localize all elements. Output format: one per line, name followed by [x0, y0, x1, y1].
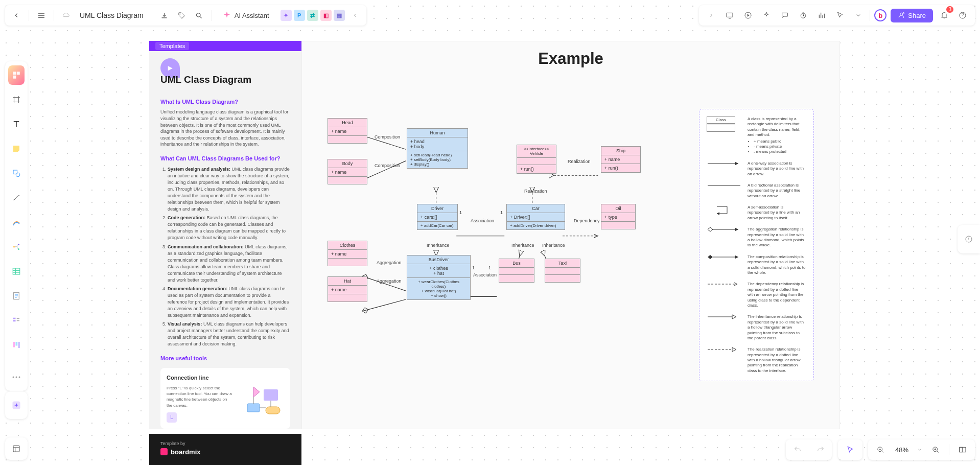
undo-button[interactable] [790, 443, 805, 457]
doc-title[interactable]: UML Class Diagram [80, 11, 144, 19]
legend-self: A self-association is represented by a l… [748, 205, 806, 221]
tool-pen[interactable] [8, 213, 25, 232]
brand-logo-icon[interactable]: b [874, 9, 886, 21]
tool-table[interactable] [8, 262, 25, 281]
svg-point-13 [18, 248, 19, 250]
tool-list[interactable] [8, 311, 25, 330]
class-clothes[interactable]: Clothes+ name [328, 241, 367, 266]
legend-dep: The dependency relationship is represent… [748, 282, 806, 308]
legend-panel[interactable]: Class A class is represented by a rectan… [699, 109, 814, 381]
class-bus[interactable]: Bus [499, 259, 534, 283]
tool-connector[interactable] [8, 188, 25, 207]
notifications-button[interactable]: 3 [937, 8, 951, 22]
class-head[interactable]: Head+ name [328, 118, 367, 144]
example-area[interactable]: Example [301, 41, 840, 429]
tool-kanban[interactable] [8, 335, 25, 355]
tool-sticky[interactable] [8, 139, 25, 158]
ai-assistant-button[interactable]: AI Assistant [217, 9, 274, 22]
expand-right-icon[interactable] [704, 8, 718, 22]
help-button[interactable] [955, 8, 970, 22]
collab-user-m[interactable]: ▦ [334, 10, 345, 21]
lbl-dependency: Dependency [574, 218, 600, 223]
zoom-dropdown[interactable] [916, 443, 923, 457]
legend-real: The realization relationship is represen… [748, 347, 806, 374]
collapse-button[interactable] [348, 8, 362, 22]
svg-rect-31 [264, 389, 278, 401]
tag-button[interactable] [175, 8, 189, 22]
collab-user-c[interactable]: ⇄ [307, 10, 318, 21]
class-body[interactable]: Body+ name [328, 159, 367, 184]
svg-rect-18 [13, 342, 15, 347]
tool-ai-magic[interactable] [8, 396, 25, 415]
svg-rect-16 [13, 318, 16, 319]
layers-button[interactable] [5, 437, 28, 460]
collab-user-d[interactable]: ◧ [320, 10, 332, 21]
tool-more[interactable] [8, 367, 25, 387]
class-hat[interactable]: Hat+ name [328, 276, 367, 302]
topbar-right: b Share 3 [699, 5, 975, 26]
vote-icon[interactable] [814, 8, 829, 22]
svg-rect-8 [13, 76, 16, 79]
brand-name: boardmix [171, 448, 201, 456]
tip-illustration [238, 385, 284, 416]
tool-templates[interactable] [8, 65, 25, 85]
tool-frame[interactable] [8, 90, 25, 109]
sparkle-icon[interactable] [759, 8, 774, 22]
class-taxi[interactable]: Taxi [545, 259, 580, 283]
legend-comp: The composition relationship is represen… [748, 254, 806, 276]
present-icon[interactable] [722, 8, 737, 22]
class-human[interactable]: Human+ head + body+ setHead(Head head) +… [407, 128, 468, 169]
class-vehicle[interactable]: <<Interface>> Vehicle+ run() [517, 145, 556, 174]
svg-point-11 [13, 246, 15, 248]
comment-icon[interactable] [778, 8, 792, 22]
download-button[interactable] [157, 8, 172, 22]
class-car[interactable]: Car+ Driver:[]+ addDriver(Driver driver) [506, 204, 565, 230]
right-panel-toggle[interactable] [958, 225, 980, 253]
cursor-icon[interactable] [833, 8, 847, 22]
timer-icon[interactable] [796, 8, 810, 22]
share-button[interactable]: Share [891, 9, 933, 22]
class-ship[interactable]: Ship+ name+ run() [601, 146, 641, 173]
tip-title: Connection line [167, 374, 284, 382]
panel-q2: What Can UML Class Diagrams Be Used for? [160, 155, 290, 163]
uml-diagram[interactable]: Head+ name Body+ name Human+ head + body… [317, 77, 712, 424]
notif-badge: 3 [946, 6, 953, 13]
collab-add[interactable]: ✦ [281, 10, 292, 21]
class-oil[interactable]: Oil+ type [601, 204, 636, 229]
lbl-composition-1: Composition [375, 134, 400, 140]
templates-tab[interactable]: Templates [155, 42, 189, 50]
pointer-mode[interactable] [838, 439, 862, 460]
ai-label: AI Assistant [235, 12, 269, 19]
redo-button[interactable] [813, 443, 828, 457]
svg-rect-19 [16, 342, 18, 346]
template-tabs[interactable]: Templates [149, 41, 301, 51]
cloud-icon [59, 8, 74, 22]
lbl-aggregation-1: Aggregation [377, 260, 402, 265]
tool-shape[interactable] [8, 164, 25, 183]
lbl-association-1: Association [471, 218, 494, 223]
tool-mindmap[interactable] [8, 237, 25, 257]
minimap-button[interactable] [955, 443, 970, 457]
svg-rect-7 [17, 72, 20, 75]
search-button[interactable] [192, 8, 206, 22]
svg-rect-32 [247, 404, 260, 412]
lbl-realization-2: Realization [524, 189, 547, 194]
tool-text[interactable] [8, 114, 25, 134]
class-busdriver[interactable]: BusDriver+ clothes + hat+ wearClothes(Cl… [407, 255, 471, 300]
share-label: Share [908, 12, 926, 19]
lbl-composition-2: Composition [375, 163, 400, 168]
play-icon[interactable] [741, 8, 755, 22]
canvas-content[interactable]: Templates ▸ UML Class Diagram What Is UM… [149, 41, 840, 429]
back-button[interactable] [9, 8, 24, 22]
zoom-value[interactable]: 48% [893, 446, 911, 454]
menu-button[interactable] [34, 8, 49, 22]
zoom-in-button[interactable] [928, 443, 943, 457]
lbl-realization-1: Realization [568, 159, 591, 164]
zoom-out-button[interactable] [873, 443, 888, 457]
class-driver[interactable]: Driver+ cars:[]+ addCar(Car car) [417, 204, 458, 230]
more-icon[interactable] [851, 8, 866, 22]
tool-document[interactable] [8, 286, 25, 306]
panel-list: System design and analysis: UML class di… [160, 166, 290, 347]
collab-user-p[interactable]: P [294, 10, 305, 21]
svg-rect-6 [13, 72, 16, 75]
